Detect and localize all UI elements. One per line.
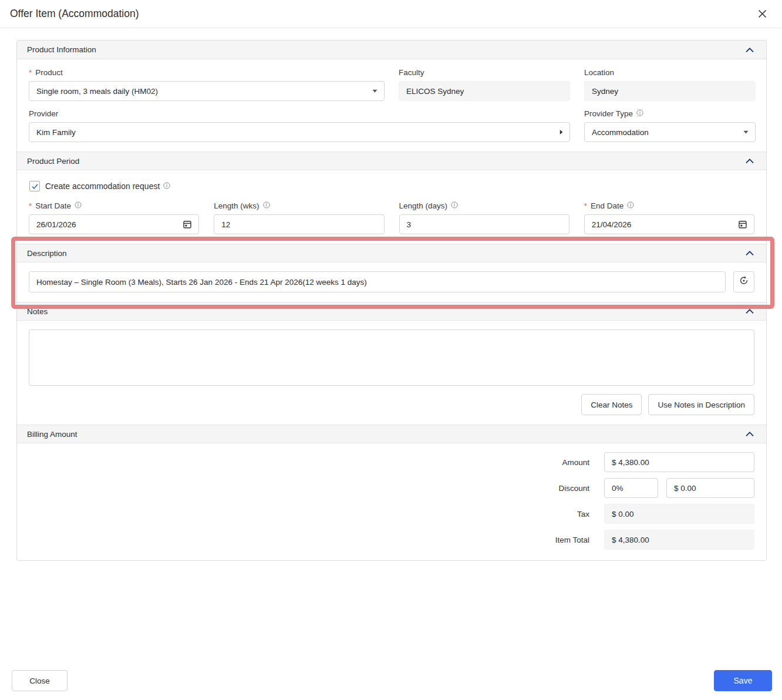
- chevron-up-icon[interactable]: [744, 307, 756, 315]
- billing-amount-header: Billing Amount: [17, 425, 766, 443]
- start-date-field-group: *Start Date: [29, 201, 199, 234]
- product-select[interactable]: [29, 81, 385, 101]
- calendar-icon[interactable]: [738, 220, 747, 229]
- end-date-input[interactable]: [584, 214, 754, 234]
- start-date-label: *Start Date: [29, 201, 199, 210]
- description-title: Description: [27, 249, 67, 258]
- info-icon: [263, 201, 270, 210]
- clear-notes-button[interactable]: Clear Notes: [581, 394, 642, 415]
- item-total-label: Item Total: [525, 536, 589, 544]
- offer-item-form: Product Information *Product: [16, 40, 767, 561]
- provider-type-select[interactable]: [584, 122, 756, 142]
- notes-textarea[interactable]: [29, 329, 754, 386]
- info-icon: [451, 201, 458, 210]
- product-label: *Product: [29, 68, 385, 77]
- product-period-title: Product Period: [27, 157, 79, 166]
- location-value: Sydney: [584, 81, 756, 101]
- item-total-row: Item Total $ 4,380.00: [29, 530, 754, 550]
- notes-header: Notes: [17, 302, 766, 321]
- notes-title: Notes: [27, 307, 48, 316]
- discount-row: Discount: [29, 478, 754, 498]
- product-information-header: Product Information: [17, 41, 766, 59]
- required-asterisk: *: [584, 201, 587, 210]
- discount-amount-input[interactable]: [666, 478, 754, 498]
- provider-type-label: Provider Type: [584, 109, 756, 118]
- reset-icon: [739, 275, 749, 288]
- description-body: [17, 262, 766, 302]
- section-description: Description: [17, 244, 766, 302]
- amount-label: Amount: [525, 458, 589, 467]
- location-field-group: Location Sydney: [584, 68, 756, 101]
- create-accommodation-request-label: Create accommodation request: [45, 181, 170, 191]
- close-button[interactable]: Close: [12, 670, 68, 691]
- discount-label: Discount: [525, 484, 589, 493]
- section-notes: Notes Clear Notes Use Notes in Descripti…: [17, 302, 766, 425]
- tax-label: Tax: [525, 510, 589, 519]
- section-product-period: Product Period Create accommodation requ…: [17, 152, 766, 244]
- caret-down-icon[interactable]: [743, 130, 749, 134]
- create-accommodation-request-row: Create accommodation request: [29, 181, 754, 191]
- chevron-up-icon[interactable]: [744, 46, 756, 54]
- page-title: Offer Item (Accommodation): [10, 8, 139, 20]
- section-billing-amount: Billing Amount Amount Discount Tax: [17, 425, 766, 560]
- description-input[interactable]: [29, 271, 726, 292]
- product-period-body: Create accommodation request *Start Date: [17, 170, 766, 244]
- amount-input[interactable]: [604, 452, 754, 472]
- amount-row: Amount: [29, 452, 754, 472]
- product-information-title: Product Information: [27, 45, 96, 54]
- save-button[interactable]: Save: [714, 670, 772, 691]
- length-days-field-group: Length (days): [399, 201, 569, 234]
- provider-input[interactable]: [29, 122, 570, 142]
- provider-field-group: Provider: [29, 109, 570, 142]
- chevron-up-icon[interactable]: [744, 157, 756, 165]
- required-asterisk: *: [29, 201, 32, 210]
- reset-description-button[interactable]: [733, 271, 754, 292]
- provider-label: Provider: [29, 109, 570, 118]
- item-total-value: $ 4,380.00: [604, 530, 754, 550]
- provider-type-field-group: Provider Type: [584, 109, 756, 142]
- faculty-value: ELICOS Sydney: [399, 81, 570, 101]
- length-wks-label: Length (wks): [214, 201, 384, 210]
- discount-percent-input[interactable]: [604, 478, 658, 498]
- info-icon: [627, 201, 634, 210]
- length-days-input[interactable]: [399, 214, 569, 234]
- faculty-label: Faculty: [399, 68, 570, 77]
- close-icon[interactable]: [754, 6, 770, 22]
- create-accommodation-request-checkbox[interactable]: [29, 181, 40, 191]
- dialog-titlebar: Offer Item (Accommodation): [0, 0, 782, 28]
- billing-amount-title: Billing Amount: [27, 430, 77, 439]
- description-header: Description: [17, 244, 766, 262]
- tax-row: Tax $ 0.00: [29, 504, 754, 524]
- required-asterisk: *: [29, 68, 32, 77]
- length-days-label: Length (days): [399, 201, 569, 210]
- info-icon: [75, 201, 82, 210]
- product-field-group: *Product: [29, 68, 385, 101]
- chevron-up-icon[interactable]: [744, 430, 756, 438]
- notes-body: Clear Notes Use Notes in Description: [17, 321, 766, 425]
- product-period-header: Product Period: [17, 152, 766, 170]
- length-wks-input[interactable]: [214, 214, 384, 234]
- length-wks-field-group: Length (wks): [214, 201, 384, 234]
- use-notes-in-description-button[interactable]: Use Notes in Description: [648, 394, 754, 415]
- end-date-label: *End Date: [584, 201, 754, 210]
- caret-right-icon[interactable]: [559, 130, 563, 135]
- start-date-input[interactable]: [29, 214, 199, 234]
- tax-value: $ 0.00: [604, 504, 754, 524]
- calendar-icon[interactable]: [183, 220, 192, 229]
- chevron-up-icon[interactable]: [744, 249, 756, 257]
- section-product-information: Product Information *Product: [17, 41, 766, 152]
- billing-amount-body: Amount Discount Tax $ 0.00 Item Total: [17, 443, 766, 560]
- location-label: Location: [584, 68, 756, 77]
- end-date-field-group: *End Date: [584, 201, 754, 234]
- product-information-body: *Product Faculty ELICOS Sydney Location: [17, 59, 766, 152]
- info-icon: [163, 181, 170, 191]
- caret-down-icon[interactable]: [372, 89, 377, 93]
- info-icon: [636, 109, 643, 118]
- faculty-field-group: Faculty ELICOS Sydney: [399, 68, 570, 101]
